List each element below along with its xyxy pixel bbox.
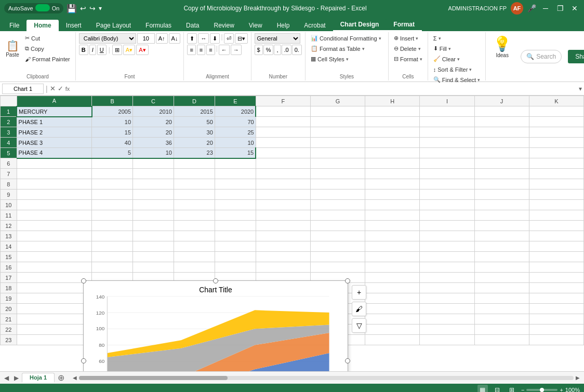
formula-input[interactable] [72,85,577,92]
cell-e2[interactable]: 70 [215,117,256,127]
cell-i3[interactable] [420,127,474,138]
cell-f5[interactable] [256,148,310,158]
window-minimize[interactable]: ─ [540,3,551,13]
fill-color-button[interactable]: A▾ [123,45,135,55]
cell-a5[interactable]: PHASE 4 [17,148,92,158]
col-header-k[interactable]: K [529,96,583,106]
window-close[interactable]: ✕ [569,3,580,13]
dec-inc-button[interactable]: .0 [282,45,291,55]
cell-k1[interactable] [529,106,583,117]
col-header-c[interactable]: C [133,96,174,106]
cell-g1[interactable] [310,106,365,117]
autosave-toggle[interactable]: AutoSave On [4,3,63,13]
cell-g2[interactable] [310,117,365,127]
h-scroll-thumb[interactable] [79,376,228,380]
percent-button[interactable]: % [263,45,274,55]
chart-handle-tr[interactable] [345,278,350,283]
zoom-slider-thumb[interactable] [540,388,544,392]
normal-view-button[interactable]: ▦ [477,385,488,392]
cell-k2[interactable] [529,117,583,127]
col-header-b[interactable]: B [92,96,133,106]
cell-a1[interactable]: MERCURY [17,106,92,117]
align-bottom-button[interactable]: ⬇ [210,33,220,44]
clear-button[interactable]: 🧹 Clear ▾ [431,54,462,64]
dec-dec-button[interactable]: 0. [292,45,302,55]
cell-a3[interactable]: PHASE 2 [17,127,92,138]
cell-e3[interactable]: 25 [215,127,256,138]
sheet-prev-button[interactable]: ◀ [2,373,11,383]
format-painter-button[interactable]: 🖌 Format Painter [23,54,72,64]
col-header-j[interactable]: J [474,96,529,106]
cell-c1[interactable]: 2010 [133,106,174,117]
cell-i2[interactable] [420,117,474,127]
tab-chart-design[interactable]: Chart Design [333,19,387,31]
col-header-a[interactable]: A [17,96,92,106]
cell-d5[interactable]: 23 [174,148,215,158]
cell-e5[interactable]: 15 [215,148,256,158]
user-avatar[interactable]: AF [511,2,523,15]
cell-h2[interactable] [365,117,420,127]
cell-b1[interactable]: 2005 [92,106,133,117]
tab-view[interactable]: View [242,20,270,31]
format-button[interactable]: ⊟ Format ▾ [392,54,424,64]
cell-d1[interactable]: 2015 [174,106,215,117]
chart-container[interactable]: + 🖌 ▽ Chart Title [83,280,348,371]
tab-review[interactable]: Review [206,20,241,31]
tab-formulas[interactable]: Formulas [138,20,179,31]
col-header-g[interactable]: G [310,96,365,106]
format-table-button[interactable]: 📋 Format as Table ▾ [309,44,367,53]
col-header-d[interactable]: D [174,96,215,106]
cell-c4[interactable]: 36 [133,138,174,148]
cell-j1[interactable] [474,106,529,117]
currency-button[interactable]: $ [255,45,263,55]
tab-acrobat[interactable]: Acrobat [297,20,333,31]
chart-handle-ml[interactable] [81,358,86,363]
fill-button[interactable]: ⬇ Fill ▾ [431,44,453,53]
tab-page-layout[interactable]: Page Layout [89,20,138,31]
name-box[interactable]: Chart 1 [2,84,44,94]
tab-data[interactable]: Data [179,20,206,31]
search-box[interactable]: 🔍 Search [521,50,562,63]
scroll-right-button[interactable]: ▶ [574,375,582,381]
zoom-out-button[interactable]: − [521,387,524,392]
italic-button[interactable]: I [89,45,96,55]
font-color-button[interactable]: A▾ [136,45,148,55]
font-name-select[interactable]: Calibri (Body) [79,33,136,44]
align-middle-button[interactable]: ↔ [198,33,209,44]
cell-j5[interactable] [474,148,529,158]
font-size-input[interactable] [137,33,155,44]
cell-styles-button[interactable]: ▦ Cell Styles ▾ [309,54,351,64]
indent-dec-button[interactable]: ← [219,45,230,55]
font-grow-button[interactable]: A↑ [156,33,168,44]
window-restore[interactable]: ❐ [555,3,565,13]
align-left-button[interactable]: ≡ [187,45,195,55]
sheet-tab-hoja1[interactable]: Hoja 1 [22,373,55,383]
chart-handle-tm[interactable] [213,278,218,283]
confirm-formula-icon[interactable]: ✓ [58,85,63,92]
tab-home[interactable]: Home [26,20,58,31]
cell-f3[interactable] [256,127,310,138]
ribbon-display-icon[interactable]: 🎤 [527,4,536,12]
cell-b4[interactable]: 40 [92,138,133,148]
cell-j4[interactable] [474,138,529,148]
cell-k5[interactable] [529,148,583,158]
cell-g4[interactable] [310,138,365,148]
cell-c2[interactable]: 20 [133,117,174,127]
align-right-button[interactable]: ≡ [206,45,215,55]
delete-button[interactable]: ⊖ Delete ▾ [392,44,423,53]
h-scroll-track[interactable] [79,376,574,380]
formula-expand-icon[interactable]: ▾ [579,85,582,92]
tab-insert[interactable]: Insert [59,20,89,31]
col-header-e[interactable]: E [215,96,256,106]
page-break-view-button[interactable]: ⊞ [507,385,517,392]
chart-handle-mr[interactable] [345,358,350,363]
col-header-i[interactable]: I [420,96,474,106]
cell-d4[interactable]: 20 [174,138,215,148]
cell-d3[interactable]: 30 [174,127,215,138]
cell-k3[interactable] [529,127,583,138]
insert-function-icon[interactable]: fx [65,86,70,92]
cell-j3[interactable] [474,127,529,138]
cell-i5[interactable] [420,148,474,158]
cell-c5[interactable]: 10 [133,148,174,158]
number-format-select[interactable]: General [255,33,300,44]
